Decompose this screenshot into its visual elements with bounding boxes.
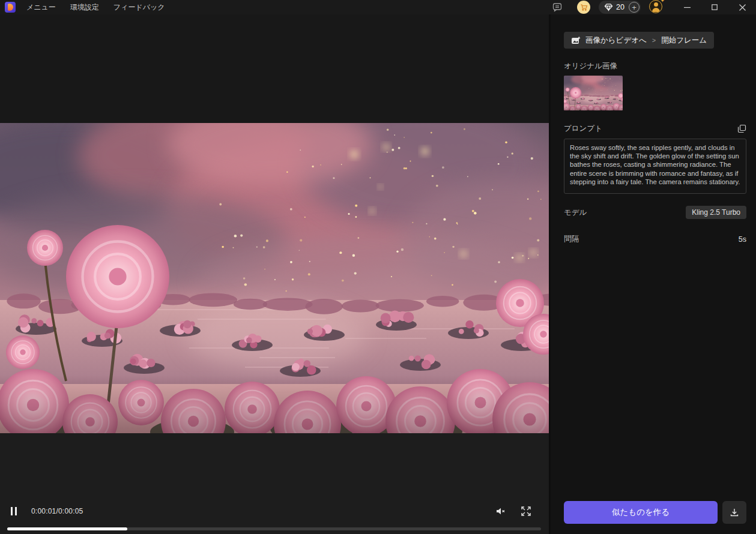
interval-value: 5s bbox=[739, 235, 746, 244]
account-avatar[interactable]: ✦ bbox=[649, 0, 664, 14]
model-value-badge: Kling 2.5 Turbo bbox=[686, 206, 746, 219]
stage-lower-area bbox=[0, 433, 549, 534]
feedback-chat-icon[interactable] bbox=[551, 1, 564, 14]
pause-button[interactable] bbox=[11, 507, 17, 515]
download-icon bbox=[730, 508, 739, 517]
original-image-thumbnail[interactable] bbox=[564, 76, 623, 110]
interval-label: 間隔 bbox=[564, 234, 579, 244]
original-image-label: オリジナル画像 bbox=[564, 61, 746, 71]
credits-pill[interactable]: 20 + bbox=[599, 1, 641, 14]
fullscreen-icon[interactable] bbox=[521, 506, 531, 516]
progress-bar[interactable] bbox=[7, 527, 541, 530]
model-label: モデル bbox=[564, 208, 587, 218]
breadcrumb-current: 開始フレーム bbox=[661, 35, 707, 46]
create-similar-button[interactable]: 似たものを作る bbox=[564, 501, 718, 524]
minimize-button[interactable] bbox=[673, 0, 701, 14]
app-logo-icon bbox=[5, 2, 16, 13]
menu-button[interactable]: メニュー bbox=[26, 0, 56, 14]
video-stage: 0:00:01/0:00:05 bbox=[0, 14, 549, 534]
breadcrumb-separator: > bbox=[652, 37, 656, 44]
add-credits-button[interactable]: + bbox=[629, 2, 640, 13]
titlebar: メニュー 環境設定 フィードバック 20 + bbox=[0, 0, 756, 14]
credits-count: 20 bbox=[616, 3, 624, 11]
store-cart-icon[interactable] bbox=[577, 1, 590, 14]
player-controls: 0:00:01/0:00:05 bbox=[0, 504, 549, 518]
download-button[interactable] bbox=[722, 501, 746, 524]
prompt-label: プロンプト bbox=[564, 124, 602, 134]
breadcrumb-parent[interactable]: 画像からビデオへ bbox=[585, 35, 647, 46]
side-panel: 画像からビデオへ > 開始フレーム オリジナル画像 プロンプト Roses sw… bbox=[549, 14, 756, 534]
volume-muted-icon[interactable] bbox=[495, 506, 506, 516]
preferences-button[interactable]: 環境設定 bbox=[70, 0, 99, 14]
copy-prompt-button[interactable] bbox=[737, 124, 746, 133]
image-to-video-icon bbox=[571, 36, 581, 45]
breadcrumb: 画像からビデオへ > 開始フレーム bbox=[564, 32, 714, 49]
feedback-button[interactable]: フィードバック bbox=[113, 0, 165, 14]
avatar-sparkle-icon: ✦ bbox=[660, 0, 665, 4]
prompt-text[interactable]: Roses sway softly, the sea ripples gentl… bbox=[564, 139, 746, 194]
gem-icon bbox=[604, 3, 613, 11]
maximize-button[interactable] bbox=[701, 0, 728, 14]
progress-fill bbox=[7, 527, 127, 530]
time-label: 0:00:01/0:00:05 bbox=[31, 507, 83, 515]
video-preview[interactable] bbox=[0, 123, 549, 433]
close-button[interactable] bbox=[728, 0, 756, 14]
